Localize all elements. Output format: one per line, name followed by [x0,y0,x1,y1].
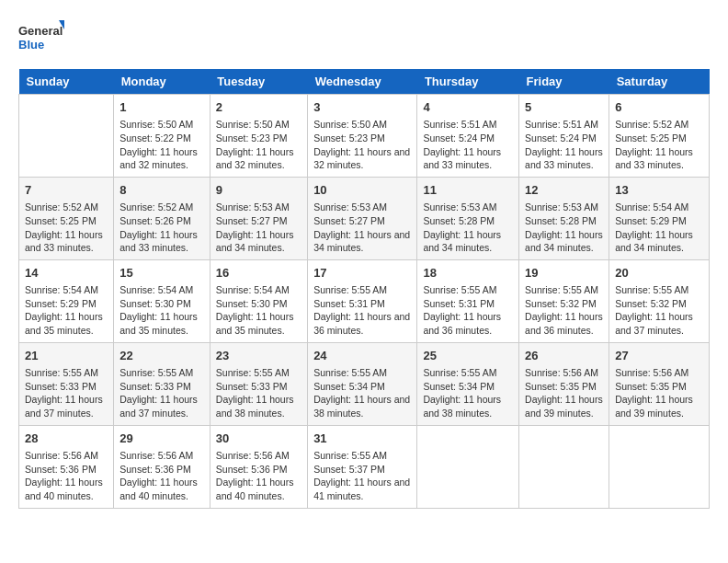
day-number: 21 [25,348,108,364]
day-number: 23 [216,348,301,364]
weekday-header: Sunday [19,69,114,95]
sunset-info: Sunset: 5:36 PM [119,463,204,477]
daylight-info: Daylight: 11 hours and 32 minutes. [313,145,411,172]
sunrise-info: Sunrise: 5:55 AM [615,283,703,297]
calendar-cell [417,425,519,508]
cell-content: 6Sunrise: 5:52 AMSunset: 5:25 PMDaylight… [615,99,703,172]
svg-text:Blue: Blue [18,38,44,52]
daylight-info: Daylight: 11 hours and 38 minutes. [423,393,513,419]
daylight-info: Daylight: 11 hours and 40 minutes. [216,476,301,502]
daylight-info: Daylight: 11 hours and 39 minutes. [615,393,703,419]
day-number: 15 [119,265,204,282]
daylight-info: Daylight: 11 hours and 34 minutes. [615,228,703,255]
day-number: 6 [615,99,703,116]
sunset-info: Sunset: 5:23 PM [313,132,411,145]
calendar-cell: 13Sunrise: 5:54 AMSunset: 5:29 PMDayligh… [609,177,710,259]
sunrise-info: Sunrise: 5:50 AM [119,118,204,132]
calendar-cell [609,425,710,508]
daylight-info: Daylight: 11 hours and 40 minutes. [25,476,108,502]
sunset-info: Sunset: 5:27 PM [216,214,301,228]
daylight-info: Daylight: 11 hours and 33 minutes. [25,228,108,255]
calendar-cell: 11Sunrise: 5:53 AMSunset: 5:28 PMDayligh… [417,177,519,259]
daylight-info: Daylight: 11 hours and 32 minutes. [119,145,204,172]
sunset-info: Sunset: 5:35 PM [525,380,603,394]
calendar-cell [19,95,114,178]
daylight-info: Daylight: 11 hours and 32 minutes. [216,145,301,172]
sunrise-info: Sunrise: 5:54 AM [25,283,108,297]
calendar-cell: 26Sunrise: 5:56 AMSunset: 5:35 PMDayligh… [519,342,609,425]
sunset-info: Sunset: 5:24 PM [525,132,603,145]
cell-content: 4Sunrise: 5:51 AMSunset: 5:24 PMDaylight… [423,99,513,172]
calendar-cell: 28Sunrise: 5:56 AMSunset: 5:36 PMDayligh… [19,425,114,508]
day-number: 4 [423,99,513,116]
daylight-info: Daylight: 11 hours and 33 minutes. [423,145,513,172]
calendar-cell: 7Sunrise: 5:52 AMSunset: 5:25 PMDaylight… [19,177,114,259]
daylight-info: Daylight: 11 hours and 34 minutes. [525,228,603,255]
sunrise-info: Sunrise: 5:52 AM [119,201,204,214]
daylight-info: Daylight: 11 hours and 41 minutes. [313,476,411,502]
day-number: 5 [525,99,603,116]
sunrise-info: Sunrise: 5:50 AM [313,118,411,132]
sunset-info: Sunset: 5:33 PM [25,380,108,394]
sunrise-info: Sunrise: 5:53 AM [423,201,513,214]
day-number: 13 [615,182,703,199]
day-number: 10 [313,182,411,199]
daylight-info: Daylight: 11 hours and 36 minutes. [525,310,603,337]
calendar-cell: 27Sunrise: 5:56 AMSunset: 5:35 PMDayligh… [609,342,710,425]
sunset-info: Sunset: 5:25 PM [615,132,703,145]
daylight-info: Daylight: 11 hours and 37 minutes. [119,393,204,419]
cell-content: 17Sunrise: 5:55 AMSunset: 5:31 PMDayligh… [313,265,411,338]
sunset-info: Sunset: 5:29 PM [25,297,108,311]
cell-content: 7Sunrise: 5:52 AMSunset: 5:25 PMDaylight… [25,182,108,255]
day-number: 31 [313,431,411,447]
calendar-cell: 23Sunrise: 5:55 AMSunset: 5:33 PMDayligh… [210,342,307,425]
daylight-info: Daylight: 11 hours and 36 minutes. [313,310,411,337]
calendar-cell [519,425,609,508]
daylight-info: Daylight: 11 hours and 35 minutes. [119,310,204,337]
sunset-info: Sunset: 5:22 PM [119,132,204,145]
cell-content: 30Sunrise: 5:56 AMSunset: 5:36 PMDayligh… [216,431,301,503]
day-number: 14 [25,265,108,282]
calendar-week-row: 14Sunrise: 5:54 AMSunset: 5:29 PMDayligh… [19,259,710,342]
logo-svg: General Blue [18,18,64,60]
cell-content: 20Sunrise: 5:55 AMSunset: 5:32 PMDayligh… [615,265,703,338]
day-number: 28 [25,431,108,447]
calendar-cell: 21Sunrise: 5:55 AMSunset: 5:33 PMDayligh… [19,342,114,425]
weekday-header: Friday [519,69,609,95]
weekday-header: Tuesday [210,69,307,95]
day-number: 25 [423,348,513,364]
sunrise-info: Sunrise: 5:56 AM [216,449,301,463]
sunrise-info: Sunrise: 5:54 AM [119,283,204,297]
weekday-header: Monday [114,69,210,95]
daylight-info: Daylight: 11 hours and 36 minutes. [423,310,513,337]
cell-content: 25Sunrise: 5:55 AMSunset: 5:34 PMDayligh… [423,348,513,420]
calendar-cell: 19Sunrise: 5:55 AMSunset: 5:32 PMDayligh… [519,259,609,342]
sunrise-info: Sunrise: 5:52 AM [615,118,703,132]
sunset-info: Sunset: 5:36 PM [25,463,108,477]
cell-content: 31Sunrise: 5:55 AMSunset: 5:37 PMDayligh… [313,431,411,503]
sunrise-info: Sunrise: 5:55 AM [216,366,301,380]
sunrise-info: Sunrise: 5:55 AM [313,366,411,380]
weekday-header: Thursday [417,69,519,95]
weekday-header: Saturday [609,69,710,95]
sunset-info: Sunset: 5:31 PM [313,297,411,311]
cell-content: 27Sunrise: 5:56 AMSunset: 5:35 PMDayligh… [615,348,703,420]
calendar-cell: 16Sunrise: 5:54 AMSunset: 5:30 PMDayligh… [210,259,307,342]
calendar-week-row: 7Sunrise: 5:52 AMSunset: 5:25 PMDaylight… [19,177,710,259]
sunrise-info: Sunrise: 5:51 AM [525,118,603,132]
day-number: 27 [615,348,703,364]
cell-content: 8Sunrise: 5:52 AMSunset: 5:26 PMDaylight… [119,182,204,255]
calendar-cell: 30Sunrise: 5:56 AMSunset: 5:36 PMDayligh… [210,425,307,508]
daylight-info: Daylight: 11 hours and 33 minutes. [615,145,703,172]
day-number: 22 [119,348,204,364]
calendar-cell: 3Sunrise: 5:50 AMSunset: 5:23 PMDaylight… [308,95,417,178]
sunset-info: Sunset: 5:34 PM [313,380,411,394]
calendar-cell: 10Sunrise: 5:53 AMSunset: 5:27 PMDayligh… [308,177,417,259]
daylight-info: Daylight: 11 hours and 40 minutes. [119,476,204,502]
calendar-cell: 29Sunrise: 5:56 AMSunset: 5:36 PMDayligh… [114,425,210,508]
daylight-info: Daylight: 11 hours and 34 minutes. [313,228,411,255]
calendar-cell: 17Sunrise: 5:55 AMSunset: 5:31 PMDayligh… [308,259,417,342]
sunrise-info: Sunrise: 5:55 AM [119,366,204,380]
sunset-info: Sunset: 5:37 PM [313,463,411,477]
day-number: 29 [119,431,204,447]
